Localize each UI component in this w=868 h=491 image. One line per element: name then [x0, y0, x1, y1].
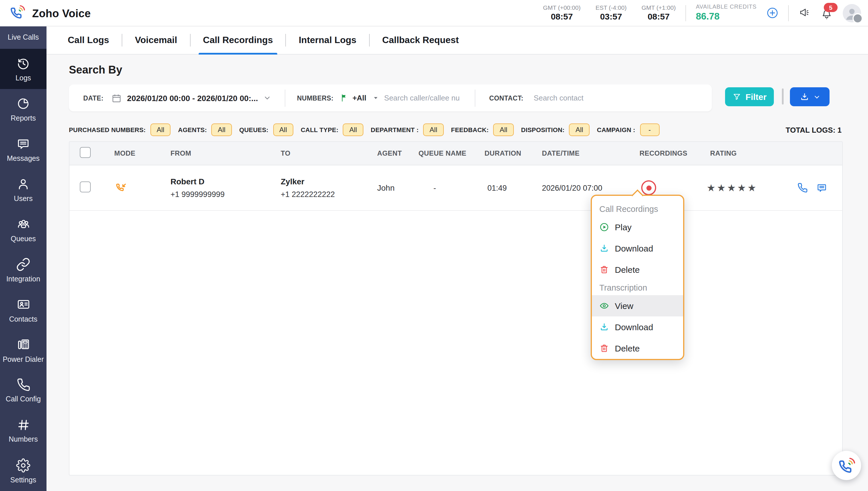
quick-filter-campaign: CAMPAIGN : - [597, 123, 660, 136]
timezone-time: 08:57 [648, 11, 670, 22]
credits-value: 86.78 [696, 11, 757, 22]
search-by-title: Search By [69, 64, 122, 76]
announcements-button[interactable] [799, 7, 811, 19]
column-header-datetime: DATE/TIME [532, 149, 630, 157]
quick-filters-row: PURCHASED NUMBERS: All AGENTS: All QUEUE… [69, 123, 659, 136]
record-icon [646, 185, 651, 191]
timezone-clock: GMT (+1:00) 08:57 [641, 4, 676, 22]
call-back-button[interactable] [798, 183, 808, 193]
tab-call-logs[interactable]: Call Logs [55, 26, 122, 54]
sidebar-nav: Live Calls Logs Reports Messages Users Q… [0, 26, 47, 491]
menu-item-label: View [615, 301, 633, 311]
sidebar-item-integration[interactable]: Integration [0, 250, 47, 290]
to-name: Zylker [281, 177, 367, 186]
queue-name-cell: - [409, 183, 475, 192]
contact-search-input[interactable] [533, 93, 632, 103]
notifications-button[interactable]: 5 [820, 7, 833, 19]
menu-item-download-recording[interactable]: Download [592, 238, 683, 259]
sidebar-item-power-dialer[interactable]: Power Dialer [0, 330, 47, 370]
quick-filter-chip[interactable]: All [423, 123, 444, 136]
quick-filter-chip[interactable]: All [493, 123, 514, 136]
quick-filter-queues: QUEUES: All [239, 123, 293, 136]
flag-icon[interactable] [340, 94, 349, 102]
timezone-label: GMT (+00:00) [543, 4, 581, 11]
add-credits-button[interactable] [767, 7, 778, 19]
caret-down-icon[interactable] [373, 95, 378, 100]
menu-item-download-transcription[interactable]: Download [592, 316, 683, 338]
column-header-queue-name: QUEUE NAME [409, 149, 475, 157]
quick-filter-chip[interactable]: - [640, 123, 659, 136]
filter-button[interactable]: Filter [725, 87, 774, 106]
sidebar-item-users[interactable]: Users [0, 169, 47, 210]
trash-icon [599, 265, 609, 275]
tab-callback-request[interactable]: Callback Request [370, 26, 472, 54]
sidebar-item-label: Queues [11, 235, 36, 243]
tab-voicemail[interactable]: Voicemail [122, 26, 190, 54]
rating-stars[interactable]: ★★★★★ [699, 182, 782, 194]
tab-label: Internal Logs [299, 35, 357, 45]
quick-filter-chip[interactable]: All [343, 123, 363, 136]
divider [475, 89, 475, 107]
sidebar-item-settings[interactable]: Settings [0, 451, 47, 491]
sidebar-item-contacts[interactable]: Contacts [0, 290, 47, 330]
tab-call-recordings[interactable]: Call Recordings [190, 26, 286, 54]
quick-filter-chip[interactable]: All [273, 123, 293, 136]
quick-filter-label: CAMPAIGN : [597, 126, 635, 133]
numbers-all-selector[interactable]: +All [353, 94, 366, 102]
to-cell: Zylker +1 2222222222 [266, 177, 367, 199]
app-window: Zoho Voice GMT (+00:00) 08:57 EST (-4:00… [0, 0, 868, 491]
menu-item-delete-transcription[interactable]: Delete [592, 338, 683, 359]
search-filter-card: DATE: 2026/01/20 00:00 - 2026/01/20 00:.… [69, 84, 712, 111]
recording-options-button[interactable] [641, 180, 656, 195]
quick-filter-chip[interactable]: All [212, 123, 232, 136]
quick-filter-label: FEEDBACK: [451, 126, 488, 133]
sidebar-item-queues[interactable]: Queues [0, 210, 47, 250]
date-filter[interactable]: DATE: 2026/01/20 00:00 - 2026/01/20 00:.… [69, 84, 271, 111]
sidebar-item-logs[interactable]: Logs [0, 49, 47, 89]
quick-filter-purchased-numbers: PURCHASED NUMBERS: All [69, 123, 171, 136]
filter-button-label: Filter [745, 92, 767, 102]
menu-item-label: Download [615, 243, 653, 253]
select-all-checkbox[interactable] [80, 147, 91, 157]
divider [782, 88, 784, 105]
user-avatar[interactable] [843, 4, 861, 22]
menu-section-call-recordings: Call Recordings [592, 202, 683, 216]
message-button[interactable] [816, 182, 827, 193]
sidebar-item-label: Power Dialer [3, 355, 43, 364]
to-number: +1 2222222222 [281, 190, 367, 199]
download-icon [599, 322, 609, 332]
sidebar-item-label: Integration [6, 275, 40, 283]
top-bar: Zoho Voice GMT (+00:00) 08:57 EST (-4:00… [0, 0, 868, 26]
tab-label: Call Recordings [203, 35, 273, 45]
date-range-value: 2026/01/20 00:00 - 2026/01/20 00:... [127, 93, 258, 103]
sidebar-item-call-config[interactable]: Call Config [0, 370, 47, 411]
main-content: Search By DATE: 2026/01/20 00:00 - 2026/… [47, 55, 868, 491]
menu-item-delete-recording[interactable]: Delete [592, 259, 683, 280]
menu-item-label: Delete [615, 343, 640, 353]
history-icon [16, 56, 30, 70]
column-header-to: TO [266, 149, 367, 157]
user-icon [16, 177, 30, 191]
menu-item-play[interactable]: Play [592, 216, 683, 238]
numbers-filter: NUMBERS: +All [297, 84, 473, 111]
dialer-fab-button[interactable] [832, 451, 861, 480]
sidebar-item-live-calls[interactable]: Live Calls [0, 26, 47, 49]
menu-section-transcription: Transcription [592, 280, 683, 295]
people-group-icon [16, 216, 31, 231]
app-title: Zoho Voice [32, 7, 91, 20]
quick-filter-chip[interactable]: All [569, 123, 590, 136]
menu-item-view-transcription[interactable]: View [592, 295, 683, 316]
contact-filter: CONTACT: [489, 84, 632, 111]
download-logs-button[interactable] [790, 87, 830, 106]
sidebar-item-reports[interactable]: Reports [0, 89, 47, 129]
quick-filter-disposition: DISPOSITION: All [521, 123, 589, 136]
sidebar-item-numbers[interactable]: Numbers [0, 411, 47, 451]
tab-internal-logs[interactable]: Internal Logs [286, 26, 369, 54]
sidebar-item-messages[interactable]: Messages [0, 129, 47, 169]
chat-icon [16, 136, 30, 151]
quick-filter-chip[interactable]: All [150, 123, 171, 136]
row-checkbox[interactable] [80, 181, 91, 192]
timezone-label: GMT (+1:00) [641, 4, 676, 11]
sidebar-item-label: Messages [7, 154, 40, 162]
caller-callee-search-input[interactable] [383, 93, 473, 103]
